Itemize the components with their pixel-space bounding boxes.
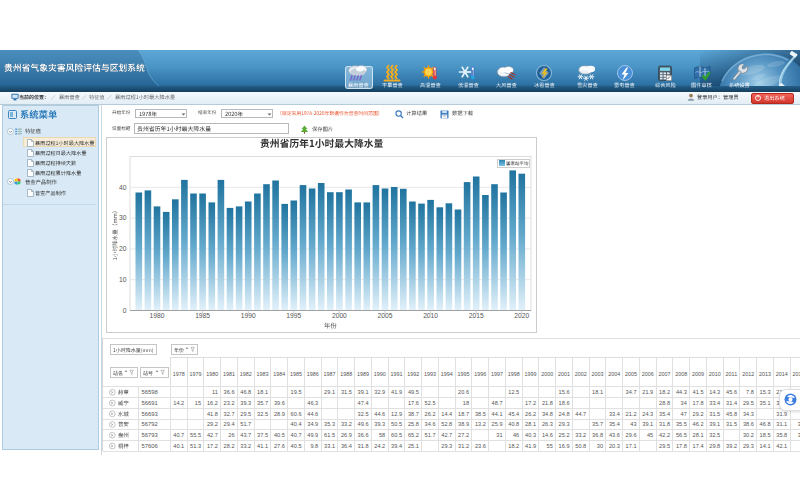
svg-text:29.3: 29.3 xyxy=(441,443,452,449)
svg-text:1982: 1982 xyxy=(240,371,252,377)
svg-text:49.9: 49.9 xyxy=(307,432,318,438)
svg-text:18: 18 xyxy=(463,400,469,406)
svg-text:56598: 56598 xyxy=(142,389,159,395)
svg-text:43.6: 43.6 xyxy=(609,432,620,438)
svg-text:0: 0 xyxy=(123,307,127,314)
svg-text:18.6: 18.6 xyxy=(559,400,570,406)
svg-text:42.2: 42.2 xyxy=(659,432,670,438)
svg-text:25.2: 25.2 xyxy=(559,432,570,438)
svg-text:44.1: 44.1 xyxy=(492,411,503,417)
svg-text:28.8: 28.8 xyxy=(659,400,670,406)
svg-text:1984: 1984 xyxy=(273,371,285,377)
svg-text:24.3: 24.3 xyxy=(642,411,653,417)
svg-text:35.8: 35.8 xyxy=(776,432,787,438)
svg-text:44.6: 44.6 xyxy=(374,411,385,417)
svg-text:28.9: 28.9 xyxy=(274,411,285,417)
svg-text:17.8: 17.8 xyxy=(693,400,704,406)
svg-text:27.2: 27.2 xyxy=(458,432,469,438)
svg-text:34.3: 34.3 xyxy=(743,411,754,417)
svg-text:39.3: 39.3 xyxy=(240,400,251,406)
svg-text:39.2: 39.2 xyxy=(726,443,737,449)
svg-text:29.3: 29.3 xyxy=(559,421,570,427)
svg-text:1985: 1985 xyxy=(290,371,302,377)
svg-text:1985: 1985 xyxy=(195,312,210,319)
svg-text:48.7: 48.7 xyxy=(492,400,503,406)
svg-text:1980: 1980 xyxy=(150,312,165,319)
svg-text:36.6: 36.6 xyxy=(358,432,369,438)
svg-text:38.7: 38.7 xyxy=(408,411,419,417)
svg-text:29.2: 29.2 xyxy=(693,411,704,417)
svg-text:31.8: 31.8 xyxy=(358,443,369,449)
svg-text:1997: 1997 xyxy=(491,371,503,377)
svg-text:2009: 2009 xyxy=(692,371,704,377)
svg-text:18.2: 18.2 xyxy=(659,389,670,395)
svg-text:46.8: 46.8 xyxy=(760,421,771,427)
svg-text:16.2: 16.2 xyxy=(207,400,218,406)
svg-text:9.8: 9.8 xyxy=(310,443,318,449)
svg-text:2005: 2005 xyxy=(378,312,393,319)
svg-text:35.4: 35.4 xyxy=(659,411,670,417)
svg-text:52.5: 52.5 xyxy=(425,400,436,406)
svg-text:1983: 1983 xyxy=(256,371,268,377)
svg-text:29.3: 29.3 xyxy=(743,443,754,449)
svg-text:43: 43 xyxy=(630,421,636,427)
svg-text:14.3: 14.3 xyxy=(709,389,720,395)
svg-text:2004: 2004 xyxy=(608,371,620,377)
svg-text:43.7: 43.7 xyxy=(240,432,251,438)
svg-text:36.8: 36.8 xyxy=(592,432,603,438)
svg-text:39.6: 39.6 xyxy=(274,400,285,406)
svg-text:1993: 1993 xyxy=(424,371,436,377)
svg-text:1991: 1991 xyxy=(390,371,402,377)
svg-text:37.5: 37.5 xyxy=(257,432,268,438)
svg-text:33.4: 33.4 xyxy=(609,411,620,417)
svg-text:45.6: 45.6 xyxy=(726,389,737,395)
svg-text:19.5: 19.5 xyxy=(291,389,302,395)
svg-text:2002: 2002 xyxy=(575,371,587,377)
svg-text:14.2: 14.2 xyxy=(173,400,184,406)
svg-text:1979: 1979 xyxy=(189,371,201,377)
svg-text:29.5: 29.5 xyxy=(240,411,251,417)
svg-text:39.1: 39.1 xyxy=(642,421,653,427)
svg-text:40.7: 40.7 xyxy=(173,432,184,438)
svg-text:45.4: 45.4 xyxy=(508,411,519,417)
svg-text:1994: 1994 xyxy=(441,371,453,377)
svg-text:35.4: 35.4 xyxy=(609,421,620,427)
svg-text:36.6: 36.6 xyxy=(224,389,235,395)
svg-text:40.5: 40.5 xyxy=(274,432,285,438)
svg-text:30: 30 xyxy=(597,443,603,449)
svg-text:44.7: 44.7 xyxy=(575,411,586,417)
svg-text:32.7: 32.7 xyxy=(224,411,235,417)
svg-text:12.9: 12.9 xyxy=(391,411,402,417)
svg-text:26.2: 26.2 xyxy=(425,411,436,417)
svg-text:15.6: 15.6 xyxy=(559,389,570,395)
svg-text:28.2: 28.2 xyxy=(224,443,235,449)
svg-text:34.6: 34.6 xyxy=(425,421,436,427)
svg-text:51.7: 51.7 xyxy=(425,432,436,438)
svg-text:1990: 1990 xyxy=(241,312,256,319)
svg-text:21.9: 21.9 xyxy=(642,389,653,395)
svg-text:35.5: 35.5 xyxy=(676,421,687,427)
svg-text:55: 55 xyxy=(547,443,553,449)
svg-text:35.1: 35.1 xyxy=(760,400,771,406)
svg-text:21.2: 21.2 xyxy=(626,411,637,417)
svg-text:23.2: 23.2 xyxy=(224,400,235,406)
svg-text:34.8: 34.8 xyxy=(542,411,553,417)
svg-text:32.5: 32.5 xyxy=(709,432,720,438)
svg-text:1995: 1995 xyxy=(286,312,301,319)
svg-text:40.8: 40.8 xyxy=(508,421,519,427)
svg-text:41.9: 41.9 xyxy=(391,389,402,395)
svg-text:51.3: 51.3 xyxy=(190,443,201,449)
svg-text:25.9: 25.9 xyxy=(492,421,503,427)
svg-text:33.1: 33.1 xyxy=(324,443,335,449)
svg-text:46.2: 46.2 xyxy=(693,421,704,427)
svg-text:32.5: 32.5 xyxy=(257,411,268,417)
svg-text:17.2: 17.2 xyxy=(207,443,218,449)
svg-text:26: 26 xyxy=(228,432,234,438)
svg-text:26.9: 26.9 xyxy=(341,432,352,438)
svg-text:10: 10 xyxy=(119,276,127,283)
svg-text:23.6: 23.6 xyxy=(475,443,486,449)
svg-text:39.3: 39.3 xyxy=(374,421,385,427)
svg-text:26.3: 26.3 xyxy=(542,421,553,427)
svg-text:41.8: 41.8 xyxy=(207,411,218,417)
svg-text:60.5: 60.5 xyxy=(391,432,402,438)
